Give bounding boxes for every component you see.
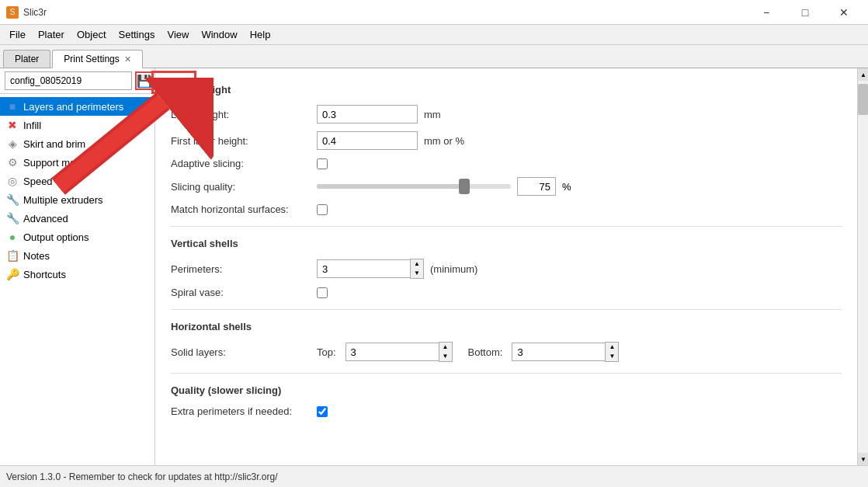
content-area: Layer height Layer height: mm First laye… [155,68,857,465]
perimeters-row: Perimeters: ▲ ▼ (minimum) [171,259,842,279]
nav-item-layers[interactable]: ■ Layers and perimeters [0,97,155,116]
quality-pct-label: % [562,181,571,193]
menu-plater[interactable]: Plater [32,27,71,42]
notes-icon: 📋 [6,249,19,262]
spiral-vase-label: Spiral vase: [171,287,311,298]
top-layers-down-button[interactable]: ▼ [439,352,452,361]
sidebar-config: 💾 ✕ [0,68,155,94]
tab-plater-label: Plater [15,54,39,64]
menu-help[interactable]: Help [244,27,277,42]
nav-label-shortcuts: Shortcuts [23,269,66,280]
quality-row: Slicing quality: % [171,177,842,196]
main-area: 💾 ✕ ■ Layers and perimeters ✖ Infill ◈ S… [0,68,868,465]
extra-perimeters-checkbox[interactable] [317,406,328,417]
adaptive-slicing-row: Adaptive slicing: [171,158,842,169]
solid-layers-label: Solid layers: [171,346,311,358]
nav-item-skirt[interactable]: ◈ Skirt and brim [0,134,155,153]
bottom-layers-down-button[interactable]: ▼ [606,352,618,361]
quality-slider-thumb[interactable] [459,179,470,194]
nav-label-layers: Layers and perimeters [23,101,123,113]
tab-close-icon[interactable]: ✕ [124,54,131,64]
scroll-down-button[interactable]: ▼ [858,453,868,465]
shortcuts-icon: 🔑 [6,268,19,280]
minimize-button[interactable]: − [748,0,784,25]
extruders-icon: 🔧 [6,193,19,206]
save-config-button[interactable]: 💾 [135,71,154,90]
match-horizontal-checkbox[interactable] [317,204,328,215]
spiral-vase-checkbox[interactable] [317,287,328,298]
status-text: Version 1.3.0 - Remember to check for up… [6,471,278,482]
maximize-button[interactable]: □ [787,0,823,25]
support-icon: ⚙ [6,156,19,169]
section-quality-title: Quality (slower slicing) [171,384,842,396]
sidebar: 💾 ✕ ■ Layers and perimeters ✖ Infill ◈ S… [0,68,155,465]
layer-height-input[interactable] [317,105,418,123]
nav-item-shortcuts[interactable]: 🔑 Shortcuts [0,265,155,284]
extra-perimeters-label: Extra perimeters if needed: [171,405,311,417]
infill-icon: ✖ [6,119,19,131]
menu-window[interactable]: Window [195,27,243,42]
top-layers-up-button[interactable]: ▲ [439,343,452,352]
layer-height-unit: mm [424,109,441,120]
quality-value-input[interactable] [517,177,556,196]
bottom-layers-spinner: ▲ ▼ [512,342,619,362]
layer-height-label: Layer height: [171,109,311,120]
output-icon: ● [6,231,19,243]
tab-print-settings[interactable]: Print Settings ✕ [52,50,142,68]
tab-bar: Plater Print Settings ✕ [0,45,868,68]
scroll-track[interactable] [858,81,868,453]
perimeters-input[interactable] [317,259,410,278]
window-controls: − □ ✕ [748,0,862,25]
top-label: Top: [317,346,336,358]
adaptive-slicing-label: Adaptive slicing: [171,158,311,169]
menu-file[interactable]: File [3,27,32,42]
nav-item-extruders[interactable]: 🔧 Multiple extruders [0,190,155,209]
perimeters-spinner: ▲ ▼ [317,259,424,279]
status-bar: Version 1.3.0 - Remember to check for up… [0,465,868,487]
sidebar-nav: ■ Layers and perimeters ✖ Infill ◈ Skirt… [0,94,155,465]
menu-settings[interactable]: Settings [113,27,161,42]
nav-item-infill[interactable]: ✖ Infill [0,116,155,134]
scrollbar: ▲ ▼ [857,68,868,465]
nav-item-output[interactable]: ● Output options [0,228,155,246]
config-name-input[interactable] [5,71,132,90]
first-layer-height-input[interactable] [317,131,418,150]
nav-label-speed: Speed [23,176,53,187]
nav-item-notes[interactable]: 📋 Notes [0,246,155,265]
nav-item-advanced[interactable]: 🔧 Advanced [0,209,155,228]
nav-item-support[interactable]: ⚙ Support material [0,153,155,172]
scroll-up-button[interactable]: ▲ [858,68,868,81]
perimeters-up-button[interactable]: ▲ [411,259,423,269]
solid-layers-row: Solid layers: Top: ▲ ▼ Bottom: ▲ ▼ [171,342,842,362]
extra-perimeters-row: Extra perimeters if needed: [171,405,842,417]
scroll-thumb[interactable] [858,84,868,115]
nav-label-output: Output options [23,231,89,243]
nav-label-skirt: Skirt and brim [23,138,85,150]
adaptive-slicing-checkbox[interactable] [317,158,328,169]
top-layers-input[interactable] [345,343,439,361]
perimeters-spinner-buttons: ▲ ▼ [410,259,424,279]
match-horizontal-row: Match horizontal surfaces: [171,203,842,215]
menu-object[interactable]: Object [71,27,113,42]
first-layer-height-unit: mm or % [424,135,464,147]
perimeters-down-button[interactable]: ▼ [411,269,423,278]
app-title: Slic3r [23,7,47,18]
section-vertical-shells-title: Vertical shells [171,238,842,249]
bottom-layers-input[interactable] [512,343,605,361]
nav-label-support: Support material [23,157,97,169]
quality-slider-track[interactable] [317,184,511,189]
menu-bar: File Plater Object Settings View Window … [0,25,868,45]
tab-plater[interactable]: Plater [3,50,50,68]
menu-view[interactable]: View [161,27,195,42]
close-button[interactable]: ✕ [826,0,862,25]
nav-item-speed[interactable]: ◎ Speed [0,172,155,190]
nav-label-notes: Notes [23,250,50,262]
advanced-icon: 🔧 [6,212,19,224]
save-icon: 💾 [137,74,152,89]
spiral-vase-row: Spiral vase: [171,287,842,298]
top-layers-spinner-buttons: ▲ ▼ [439,342,453,362]
first-layer-height-label: First layer height: [171,135,311,147]
app-icon: S [6,6,19,19]
perimeters-label: Perimeters: [171,263,311,275]
bottom-layers-up-button[interactable]: ▲ [606,343,618,352]
